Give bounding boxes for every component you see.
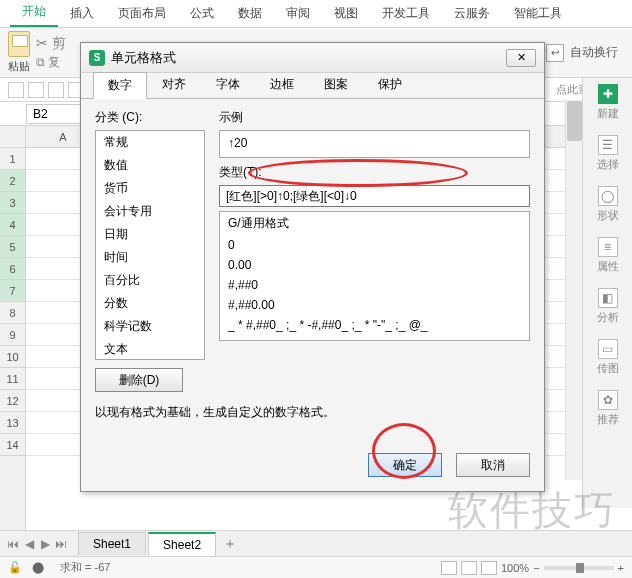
add-sheet-button[interactable]: ＋ bbox=[218, 535, 242, 553]
sheet-tab-sheet2[interactable]: Sheet2 bbox=[148, 532, 216, 556]
cat-item[interactable]: 文本 bbox=[96, 338, 204, 360]
sheet-nav-next[interactable]: ▶ bbox=[38, 537, 52, 551]
row-header[interactable]: 2 bbox=[0, 170, 25, 192]
row-headers: 1 2 3 4 5 6 7 8 9 10 11 12 13 14 bbox=[0, 126, 26, 546]
row-header[interactable]: 4 bbox=[0, 214, 25, 236]
cat-item[interactable]: 常规 bbox=[96, 131, 204, 154]
zoom-thumb[interactable] bbox=[576, 563, 584, 573]
ribbon-tab-review[interactable]: 审阅 bbox=[274, 0, 322, 27]
dialog-close-button[interactable]: ✕ bbox=[506, 49, 536, 67]
view-layout-icon[interactable] bbox=[481, 561, 497, 575]
cat-item[interactable]: 科学记数 bbox=[96, 315, 204, 338]
record-icon[interactable]: ⬤ bbox=[32, 561, 44, 574]
cat-item[interactable]: 分数 bbox=[96, 292, 204, 315]
cat-item[interactable]: 会计专用 bbox=[96, 200, 204, 223]
zoom-in[interactable]: + bbox=[618, 562, 624, 574]
type-item[interactable]: 0 bbox=[220, 235, 529, 255]
qa-slot[interactable] bbox=[28, 82, 44, 98]
cancel-button[interactable]: 取消 bbox=[456, 453, 530, 477]
ribbon-tab-data[interactable]: 数据 bbox=[226, 0, 274, 27]
recommend-icon: ✿ bbox=[598, 390, 618, 410]
cut-icon[interactable]: ✂ 剪 bbox=[36, 35, 66, 53]
ribbon-tab-cloud[interactable]: 云服务 bbox=[442, 0, 502, 27]
side-btn-analyze[interactable]: ◧分析 bbox=[597, 288, 619, 325]
type-item[interactable]: G/通用格式 bbox=[220, 212, 529, 235]
type-label: 类型(T): bbox=[219, 164, 530, 181]
dlg-tab-font[interactable]: 字体 bbox=[201, 71, 255, 98]
sheet-nav-first[interactable]: ⏮ bbox=[6, 537, 20, 551]
status-sum: 求和 = -67 bbox=[60, 560, 110, 575]
vertical-scrollbar[interactable] bbox=[565, 100, 582, 480]
zoom-out[interactable]: − bbox=[533, 562, 539, 574]
row-header[interactable]: 6 bbox=[0, 258, 25, 280]
dlg-tab-pattern[interactable]: 图案 bbox=[309, 71, 363, 98]
ribbon-tab-start[interactable]: 开始 bbox=[10, 0, 58, 27]
autowrap-label[interactable]: 自动换行 bbox=[570, 44, 618, 61]
side-btn-new[interactable]: ✚新建 bbox=[597, 84, 619, 121]
copy-icon[interactable]: ⧉ 复 bbox=[36, 54, 66, 71]
ok-button[interactable]: 确定 bbox=[368, 453, 442, 477]
paste-button[interactable]: 粘贴 bbox=[8, 31, 30, 74]
view-pagebreak-icon[interactable] bbox=[461, 561, 477, 575]
cat-item[interactable]: 货币 bbox=[96, 177, 204, 200]
row-header[interactable]: 11 bbox=[0, 368, 25, 390]
select-all-corner[interactable] bbox=[0, 126, 25, 148]
ribbon-tab-formula[interactable]: 公式 bbox=[178, 0, 226, 27]
row-header[interactable]: 1 bbox=[0, 148, 25, 170]
type-item[interactable]: #,##0 bbox=[220, 275, 529, 295]
qa-slot[interactable] bbox=[8, 82, 24, 98]
type-item[interactable]: #,##0.00 bbox=[220, 295, 529, 315]
category-listbox[interactable]: 常规 数值 货币 会计专用 日期 时间 百分比 分数 科学记数 文本 特殊 自定… bbox=[95, 130, 205, 360]
ribbon-tab-insert[interactable]: 插入 bbox=[58, 0, 106, 27]
row-header[interactable]: 10 bbox=[0, 346, 25, 368]
zoom-slider[interactable] bbox=[544, 566, 614, 570]
scrollbar-thumb[interactable] bbox=[567, 101, 582, 141]
sheet-tab-sheet1[interactable]: Sheet1 bbox=[78, 532, 146, 555]
type-input[interactable] bbox=[219, 185, 530, 207]
select-icon: ☰ bbox=[598, 135, 618, 155]
row-header[interactable]: 12 bbox=[0, 390, 25, 412]
sheet-tabs-bar: ⏮ ◀ ▶ ⏭ Sheet1 Sheet2 ＋ bbox=[0, 530, 632, 556]
cat-item[interactable]: 时间 bbox=[96, 246, 204, 269]
row-header[interactable]: 13 bbox=[0, 412, 25, 434]
side-btn-select[interactable]: ☰选择 bbox=[597, 135, 619, 172]
shape-icon: ◯ bbox=[598, 186, 618, 206]
cat-item[interactable]: 数值 bbox=[96, 154, 204, 177]
dialog-title: 单元格格式 bbox=[111, 49, 176, 67]
ribbon-tab-pagelayout[interactable]: 页面布局 bbox=[106, 0, 178, 27]
row-header[interactable]: 8 bbox=[0, 302, 25, 324]
dlg-tab-border[interactable]: 边框 bbox=[255, 71, 309, 98]
row-header[interactable]: 14 bbox=[0, 434, 25, 456]
ribbon-tab-view[interactable]: 视图 bbox=[322, 0, 370, 27]
sheet-nav-last[interactable]: ⏭ bbox=[54, 537, 68, 551]
zoom-level[interactable]: 100% bbox=[501, 562, 529, 574]
row-header[interactable]: 5 bbox=[0, 236, 25, 258]
view-normal-icon[interactable] bbox=[441, 561, 457, 575]
dlg-tab-align[interactable]: 对齐 bbox=[147, 71, 201, 98]
ribbon-tab-developer[interactable]: 开发工具 bbox=[370, 0, 442, 27]
qa-slot[interactable] bbox=[48, 82, 64, 98]
dialog-tabs: 数字 对齐 字体 边框 图案 保护 bbox=[81, 73, 544, 99]
sheet-nav-prev[interactable]: ◀ bbox=[22, 537, 36, 551]
dlg-tab-protect[interactable]: 保护 bbox=[363, 71, 417, 98]
type-item[interactable]: _ * #,##0.00_ ;_ * -#,##0.00_ ;_ * "-"??… bbox=[220, 335, 529, 341]
sheet-nav-arrows: ⏮ ◀ ▶ ⏭ bbox=[6, 537, 68, 551]
type-listbox[interactable]: G/通用格式 0 0.00 #,##0 #,##0.00 _ * #,##0_ … bbox=[219, 211, 530, 341]
ribbon-tab-ai[interactable]: 智能工具 bbox=[502, 0, 574, 27]
side-btn-recommend[interactable]: ✿推荐 bbox=[597, 390, 619, 427]
type-item[interactable]: 0.00 bbox=[220, 255, 529, 275]
row-header[interactable]: 3 bbox=[0, 192, 25, 214]
type-item[interactable]: _ * #,##0_ ;_ * -#,##0_ ;_ * "-"_ ;_ @_ bbox=[220, 315, 529, 335]
wrap-button[interactable]: ↩ bbox=[546, 44, 564, 62]
cat-item[interactable]: 日期 bbox=[96, 223, 204, 246]
delete-button[interactable]: 删除(D) bbox=[95, 368, 183, 392]
side-btn-shape[interactable]: ◯形状 bbox=[597, 186, 619, 223]
dialog-titlebar[interactable]: S 单元格格式 ✕ bbox=[81, 43, 544, 73]
dlg-tab-number[interactable]: 数字 bbox=[93, 72, 147, 99]
row-header[interactable]: 7 bbox=[0, 280, 25, 302]
side-btn-upload[interactable]: ▭传图 bbox=[597, 339, 619, 376]
cat-item[interactable]: 百分比 bbox=[96, 269, 204, 292]
dialog-buttons: 确定 取消 bbox=[81, 445, 544, 491]
row-header[interactable]: 9 bbox=[0, 324, 25, 346]
side-btn-props[interactable]: ≡属性 bbox=[597, 237, 619, 274]
